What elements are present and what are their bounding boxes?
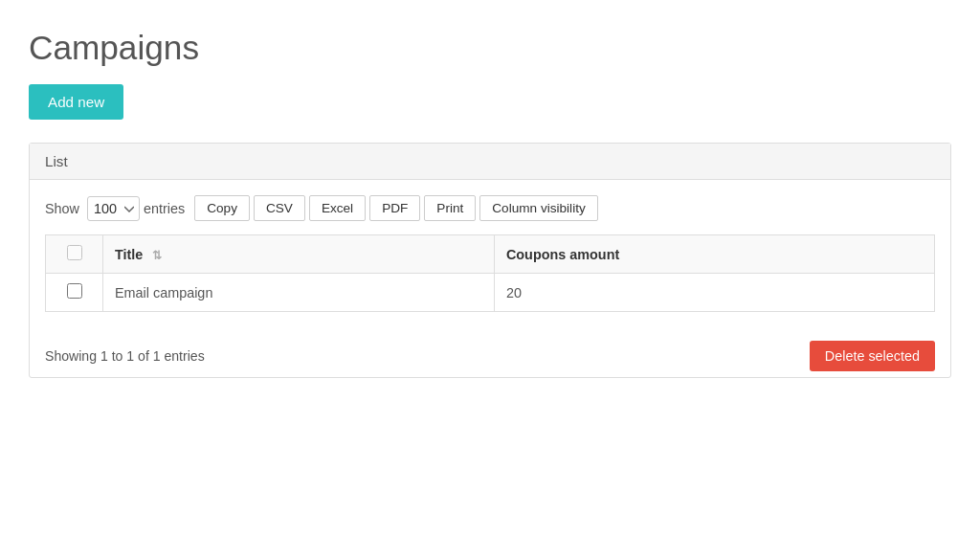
- showing-entries-text: Showing 1 to 1 of 1 entries: [45, 348, 205, 364]
- csv-button[interactable]: CSV: [254, 195, 305, 221]
- pdf-button[interactable]: PDF: [369, 195, 420, 221]
- table-toolbar: Show 100 25 50 entries Copy CSV Excel PD…: [45, 195, 935, 221]
- row-coupons-amount: 20: [494, 274, 934, 312]
- entries-select[interactable]: 100 25 50: [87, 196, 140, 221]
- header-checkbox-col: [46, 235, 103, 274]
- page-title: Campaigns: [29, 29, 951, 67]
- table-row: Email campaign 20: [46, 274, 935, 312]
- print-button[interactable]: Print: [424, 195, 476, 221]
- header-title[interactable]: Title ⇅: [103, 235, 495, 274]
- table-header-row: Title ⇅ Coupons amount: [46, 235, 935, 274]
- add-new-button[interactable]: Add new: [29, 84, 123, 120]
- excel-button[interactable]: Excel: [309, 195, 366, 221]
- show-label: Show: [45, 201, 79, 216]
- column-visibility-button[interactable]: Column visibility: [479, 195, 597, 221]
- delete-selected-button[interactable]: Delete selected: [810, 341, 935, 371]
- header-coupons-amount: Coupons amount: [494, 235, 934, 274]
- card-header: List: [30, 144, 950, 180]
- row-checkbox[interactable]: [67, 283, 82, 299]
- copy-button[interactable]: Copy: [194, 195, 250, 221]
- campaigns-card: List Show 100 25 50 entries Copy CSV Exc…: [29, 143, 951, 378]
- campaigns-table: Title ⇅ Coupons amount Email campaign 20: [45, 234, 935, 312]
- entries-label: entries: [144, 201, 185, 216]
- card-body: Show 100 25 50 entries Copy CSV Excel PD…: [30, 180, 950, 327]
- select-all-checkbox[interactable]: [67, 245, 82, 260]
- sort-icon: ⇅: [152, 249, 162, 262]
- table-footer: Showing 1 to 1 of 1 entries Delete selec…: [30, 327, 950, 377]
- row-title: Email campaign: [103, 274, 495, 312]
- row-checkbox-cell: [46, 274, 103, 312]
